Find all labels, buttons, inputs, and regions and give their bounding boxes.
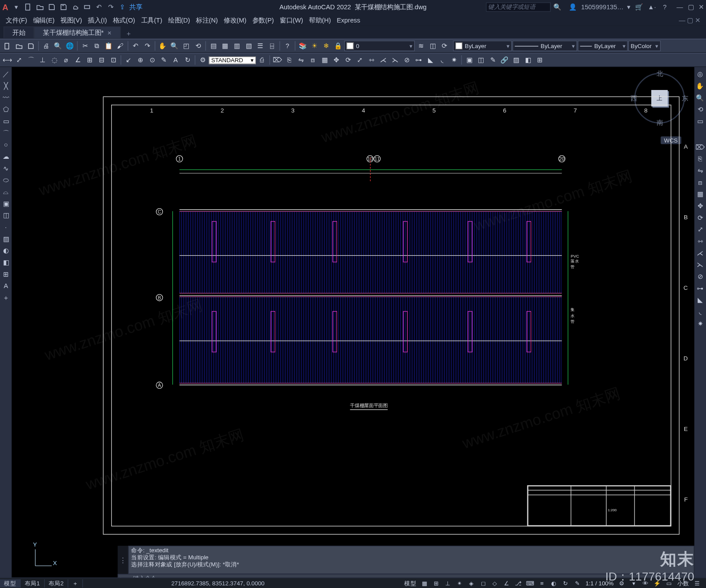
modify-explode-btn[interactable]: ✷ [448, 54, 459, 65]
redo-icon[interactable]: ↷ [106, 2, 115, 11]
isodraft-icon[interactable]: ◈ [466, 579, 477, 588]
annomon-icon[interactable]: ✎ [572, 579, 582, 588]
app-logo[interactable]: A [2, 2, 8, 11]
hatch-btn[interactable]: ▨ [511, 54, 522, 65]
trim2-icon[interactable]: ⋌ [695, 248, 705, 258]
stretch2-icon[interactable]: ⇿ [695, 236, 705, 246]
mtext-icon[interactable]: A [1, 281, 11, 290]
open-icon[interactable] [35, 2, 45, 11]
tab-close-icon[interactable]: ✕ [107, 30, 112, 35]
join2-icon[interactable]: ⊶ [695, 284, 705, 293]
dynucs-icon[interactable]: ⎇ [513, 579, 524, 588]
layer-dropdown[interactable]: 0▾ [344, 41, 415, 51]
modify-rotate-btn[interactable]: ⟳ [342, 54, 353, 65]
grid-icon[interactable]: ▦ [419, 579, 430, 588]
block-create-btn[interactable]: ◫ [475, 54, 486, 65]
ortho-icon[interactable]: ⊥ [443, 579, 453, 588]
layer-lock-icon[interactable]: 🔒 [332, 40, 343, 51]
steering-icon[interactable]: ◎ [695, 69, 705, 79]
dimstyle-dropdown[interactable]: STANDARD▾ [209, 56, 256, 64]
new-icon[interactable] [23, 2, 33, 11]
gradient-icon[interactable]: ◐ [1, 246, 11, 255]
ellipse-icon[interactable]: ⬭ [1, 175, 11, 184]
modify-offset-btn[interactable]: ⧈ [307, 54, 318, 65]
break2-icon[interactable]: ⊘ [695, 272, 705, 281]
model-space-viewport[interactable]: 北 南 东 西 上 WCS 1 2 3 4 5 6 7 8 A [12, 67, 695, 587]
modify-scale-btn[interactable]: ⤢ [354, 54, 365, 65]
maximize-icon[interactable]: ▢ [688, 3, 694, 11]
modify-trim-btn[interactable]: ⋌ [378, 54, 389, 65]
copy-btn[interactable]: ⧉ [91, 40, 102, 51]
cmd-handle-icon[interactable]: ⋮ [118, 546, 128, 574]
lineweight-dropdown[interactable]: ByLayer▾ [578, 41, 627, 51]
user-name[interactable]: 1505999135… [581, 4, 623, 11]
paste-btn[interactable]: 📋 [103, 40, 114, 51]
zoom-btn[interactable]: 🔍 [169, 40, 180, 51]
dim-arc-btn[interactable]: ⌒ [25, 54, 36, 65]
undo-icon[interactable]: ↶ [94, 2, 103, 11]
menu-view[interactable]: 视图(V) [58, 15, 85, 24]
rotate2-icon[interactable]: ⟳ [695, 213, 705, 222]
modify-erase-btn[interactable]: ⌦ [272, 54, 283, 65]
help-btn[interactable]: ? [282, 40, 293, 51]
point-icon[interactable]: · [1, 222, 11, 232]
dcenter-btn[interactable]: ▦ [219, 40, 230, 51]
make-block-icon[interactable]: ◫ [1, 210, 11, 220]
menu-modify[interactable]: 修改(M) [222, 15, 249, 24]
caret-down-icon[interactable]: ▾ [12, 2, 21, 11]
layer-btn[interactable]: 📚 [297, 40, 308, 51]
otrack-icon[interactable]: ∠ [501, 579, 512, 588]
layiso-btn[interactable]: ◫ [427, 40, 438, 51]
rect-icon[interactable]: ▭ [1, 116, 11, 126]
layout-add-icon[interactable]: ＋ [68, 579, 83, 588]
tab-start[interactable]: 开始 [4, 26, 34, 38]
close-icon[interactable]: ✕ [698, 3, 704, 11]
polar-icon[interactable]: ✴ [454, 579, 465, 588]
prop-btn[interactable]: ▤ [208, 40, 219, 51]
transparency-icon[interactable]: ◐ [548, 579, 559, 588]
menu-file[interactable]: 文件(F) [4, 15, 30, 24]
cycling-icon[interactable]: ↻ [560, 579, 571, 588]
layprev-btn[interactable]: ⟳ [439, 40, 450, 51]
basket-icon[interactable]: 🛒 [634, 2, 643, 11]
zoom-win-btn[interactable]: ◰ [180, 40, 192, 51]
dim-ang-btn[interactable]: ∠ [72, 54, 83, 65]
chamfer2-icon[interactable]: ◣ [695, 295, 705, 304]
layout-tab-model[interactable]: 模型 [0, 579, 21, 588]
modify-mirror-btn[interactable]: ⇋ [295, 54, 306, 65]
menu-express[interactable]: Express [334, 16, 363, 23]
layer-sun-icon[interactable]: ☀ [309, 40, 320, 51]
modify-stretch-btn[interactable]: ⇿ [366, 54, 377, 65]
dim-diam-btn[interactable]: ⌀ [60, 54, 71, 65]
copy2-icon[interactable]: ⎘ [695, 154, 705, 163]
extend2-icon[interactable]: ⋋ [695, 260, 705, 269]
line-icon[interactable]: ／ [1, 69, 11, 79]
layer-freeze-icon[interactable]: ❄ [321, 40, 332, 51]
fillet2-icon[interactable]: ◟ [695, 307, 705, 316]
center-btn[interactable]: ⊙ [146, 54, 158, 65]
block-edit-btn[interactable]: ✎ [487, 54, 498, 65]
arc-icon[interactable]: ⌒ [1, 128, 11, 138]
lwt-icon[interactable]: ≡ [537, 579, 547, 588]
modify-join-btn[interactable]: ⊶ [413, 54, 424, 65]
tab-add-icon[interactable]: ＋ [121, 30, 137, 38]
modify-copy-btn[interactable]: ⎘ [284, 54, 295, 65]
help-icon[interactable]: ? [660, 2, 669, 11]
revcloud-icon[interactable]: ☁ [1, 152, 11, 161]
user-icon[interactable]: 👤 [568, 2, 578, 11]
tab-active-doc[interactable]: 某干煤棚结构施工图*✕ [34, 26, 120, 38]
modify-move-btn[interactable]: ✥ [330, 54, 342, 65]
dyn-input-icon[interactable]: ⌨ [525, 579, 536, 588]
match-btn[interactable]: 🖌 [115, 40, 126, 51]
share-icon[interactable]: ⇪ [118, 2, 127, 11]
dim-edit-btn[interactable]: ✎ [158, 54, 169, 65]
share-label[interactable]: 共享 [129, 3, 142, 11]
explode2-icon[interactable]: ✷ [695, 319, 705, 328]
sheet-btn[interactable]: ▧ [243, 40, 254, 51]
dimstyle-btn[interactable]: ⚙ [197, 54, 208, 65]
array2-icon[interactable]: ▦ [695, 189, 705, 198]
search-icon[interactable]: 🔍 [553, 2, 562, 11]
dim-linear-btn[interactable]: ⟷ [2, 54, 13, 65]
dim-rad-btn[interactable]: ◌ [49, 54, 60, 65]
toolpal-btn[interactable]: ▥ [231, 40, 242, 51]
